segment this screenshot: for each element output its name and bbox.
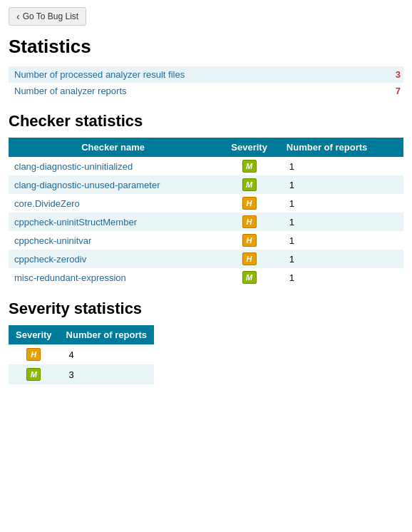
page-title: Statistics — [9, 36, 403, 58]
severity-badge: H — [242, 197, 257, 210]
checker-row: cppcheck-uninitvar H 1 — [9, 231, 403, 250]
severity-badge-cell: M — [9, 364, 59, 384]
severity-row: H 4 — [9, 344, 154, 364]
checker-severity: H — [217, 250, 281, 268]
summary-value: 7 — [376, 83, 403, 99]
checker-col-name: Checker name — [9, 138, 217, 157]
checker-count: 1 — [281, 194, 403, 213]
severity-badge-cell: H — [9, 344, 59, 364]
severity-stats-table: Severity Number of reports H 4 M 3 — [9, 325, 154, 384]
summary-label: Number of analyzer reports — [9, 83, 376, 99]
checker-name[interactable]: clang-diagnostic-unused-parameter — [9, 175, 217, 194]
checker-count: 1 — [281, 231, 403, 250]
checker-row: clang-diagnostic-uninitialized M 1 — [9, 157, 403, 175]
severity-row: M 3 — [9, 364, 154, 384]
severity-badge: M — [242, 271, 257, 284]
checker-severity: M — [217, 175, 281, 194]
checker-severity: H — [217, 231, 281, 250]
checker-name[interactable]: cppcheck-zerodiv — [9, 250, 217, 268]
checker-count: 1 — [281, 175, 403, 194]
checker-col-severity: Severity — [217, 138, 281, 157]
severity-stats-heading: Severity statistics — [9, 300, 403, 318]
checker-stats-table: Checker name Severity Number of reports … — [9, 138, 403, 287]
severity-col-reports: Number of reports — [59, 325, 154, 344]
checker-severity: M — [217, 157, 281, 175]
go-to-bug-list-button[interactable]: Go To Bug List — [9, 7, 86, 26]
checker-severity: M — [217, 268, 281, 287]
checker-name[interactable]: cppcheck-uninitStructMember — [9, 213, 217, 231]
checker-row: cppcheck-uninitStructMember H 1 — [9, 213, 403, 231]
checker-count: 1 — [281, 250, 403, 268]
checker-row: misc-redundant-expression M 1 — [9, 268, 403, 287]
severity-count: 4 — [59, 344, 154, 364]
severity-badge: M — [242, 178, 257, 191]
severity-col-severity: Severity — [9, 325, 59, 344]
checker-name[interactable]: clang-diagnostic-uninitialized — [9, 157, 217, 175]
checker-row: clang-diagnostic-unused-parameter M 1 — [9, 175, 403, 194]
checker-severity: H — [217, 213, 281, 231]
checker-name[interactable]: core.DivideZero — [9, 194, 217, 213]
checker-row: core.DivideZero H 1 — [9, 194, 403, 213]
summary-label: Number of processed analyzer result file… — [9, 66, 376, 83]
severity-count: 3 — [59, 364, 154, 384]
severity-badge: H — [26, 348, 41, 361]
severity-badge: H — [242, 252, 257, 265]
severity-badge: H — [242, 215, 257, 228]
severity-badge: H — [242, 234, 257, 247]
summary-row: Number of processed analyzer result file… — [9, 66, 403, 83]
checker-row: cppcheck-zerodiv H 1 — [9, 250, 403, 268]
severity-badge: M — [242, 160, 257, 173]
summary-value: 3 — [376, 66, 403, 83]
checker-count: 1 — [281, 268, 403, 287]
checker-name[interactable]: cppcheck-uninitvar — [9, 231, 217, 250]
checker-name[interactable]: misc-redundant-expression — [9, 268, 217, 287]
checker-stats-heading: Checker statistics — [9, 112, 403, 131]
summary-stats-table: Number of processed analyzer result file… — [9, 66, 403, 99]
checker-col-reports: Number of reports — [281, 138, 403, 157]
checker-count: 1 — [281, 213, 403, 231]
severity-badge: M — [26, 368, 41, 381]
checker-count: 1 — [281, 157, 403, 175]
checker-severity: H — [217, 194, 281, 213]
summary-row: Number of analyzer reports 7 — [9, 83, 403, 99]
